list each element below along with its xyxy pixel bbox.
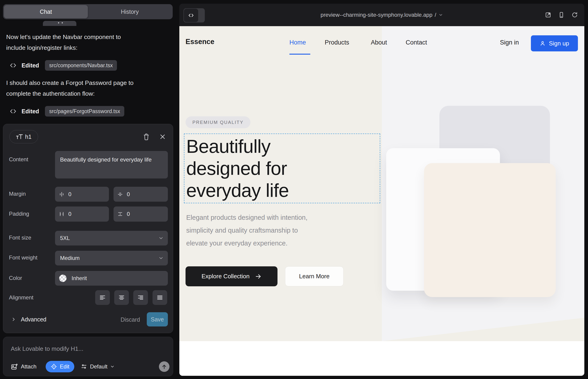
margin-label: Margin bbox=[9, 191, 26, 197]
learn-more-button[interactable]: Learn More bbox=[285, 266, 343, 286]
margin-horizontal-icon bbox=[59, 191, 65, 197]
type-icon bbox=[16, 134, 23, 140]
align-justify-icon bbox=[156, 294, 163, 301]
code-icon bbox=[10, 108, 16, 115]
url-separator: / bbox=[435, 12, 436, 18]
font-size-label: Font size bbox=[9, 235, 31, 241]
color-select[interactable]: Inherit bbox=[55, 271, 168, 286]
margin-vertical-icon bbox=[117, 191, 123, 197]
message-line: Now let's update the Navbar component to bbox=[6, 32, 169, 42]
paragraph-line: Elegant products designed with intention… bbox=[186, 211, 308, 224]
attach-button[interactable]: Attach bbox=[11, 363, 36, 370]
tab-history[interactable]: History bbox=[88, 5, 172, 18]
margin-y-input[interactable]: 0 bbox=[113, 187, 168, 202]
heading-line: Beautifully bbox=[186, 135, 289, 157]
element-tag-pill[interactable]: h1 bbox=[9, 130, 38, 143]
target-icon bbox=[51, 363, 57, 370]
preview-url-bar[interactable]: preview--charming-site-symphony.lovable.… bbox=[179, 4, 584, 26]
color-label: Color bbox=[9, 275, 22, 281]
tab-chat[interactable]: Chat bbox=[4, 5, 88, 18]
content-label: Content bbox=[9, 156, 28, 163]
padding-vertical-icon bbox=[117, 211, 123, 217]
edited-file-row: Edited src/components/Navbar.tsx bbox=[10, 60, 117, 71]
padding-x-value: 0 bbox=[68, 211, 71, 217]
nav-link-home[interactable]: Home bbox=[289, 39, 306, 46]
preview-actions bbox=[545, 4, 578, 26]
chevron-down-icon bbox=[158, 255, 164, 261]
font-weight-select[interactable]: Medium bbox=[55, 251, 168, 266]
margin-x-input[interactable]: 0 bbox=[55, 187, 109, 202]
explore-collection-button[interactable]: Explore Collection bbox=[186, 266, 278, 286]
hero-heading[interactable]: Beautifully designed for everyday life bbox=[186, 135, 289, 201]
nav-link-products[interactable]: Products bbox=[325, 39, 349, 46]
refresh-icon[interactable] bbox=[572, 12, 578, 18]
font-weight-value: Medium bbox=[60, 255, 79, 261]
hero-paragraph: Elegant products designed with intention… bbox=[186, 211, 308, 250]
element-editor-panel: h1 Content Beautifully designed for ever… bbox=[3, 124, 173, 333]
heading-line: designed for bbox=[186, 157, 289, 179]
align-justify-button[interactable] bbox=[153, 290, 167, 305]
message-line: I should also create a Forgot Password p… bbox=[6, 78, 169, 88]
alignment-label: Alignment bbox=[9, 294, 33, 301]
discard-button[interactable]: Discard bbox=[119, 312, 142, 327]
color-value: Inherit bbox=[72, 275, 87, 282]
align-left-button[interactable] bbox=[95, 290, 110, 305]
font-weight-label: Font weight bbox=[9, 254, 37, 261]
sliders-icon bbox=[81, 363, 87, 370]
close-editor-button[interactable] bbox=[159, 133, 167, 141]
paragraph-line: elevate your everyday experience. bbox=[186, 237, 308, 250]
padding-y-input[interactable]: 0 bbox=[113, 206, 168, 222]
prompt-placeholder: Ask Lovable to modify H1... bbox=[11, 345, 83, 352]
padding-horizontal-icon bbox=[59, 211, 65, 217]
message-line: complete the authentication flow: bbox=[6, 88, 169, 99]
site-logo[interactable]: Essence bbox=[186, 38, 215, 46]
mobile-view-icon[interactable] bbox=[558, 12, 565, 18]
file-chip[interactable]: src/components/Navbar.tsx bbox=[45, 60, 117, 71]
send-button[interactable] bbox=[159, 361, 170, 372]
preview-chrome-bar: preview--charming-site-symphony.lovable.… bbox=[179, 4, 584, 26]
attach-image-icon bbox=[11, 363, 18, 370]
scrolled-chip-partial[interactable] bbox=[43, 21, 76, 26]
chevron-down-icon bbox=[158, 235, 164, 241]
hero-section: Essence Home Products About Contact Sign… bbox=[179, 26, 584, 341]
model-default-dropdown[interactable]: Default bbox=[81, 363, 115, 370]
save-button[interactable]: Save bbox=[147, 312, 168, 327]
advanced-toggle[interactable]: Advanced bbox=[11, 312, 46, 327]
element-tag-label: h1 bbox=[25, 134, 32, 140]
prompt-input-box[interactable]: Ask Lovable to modify H1... Attach bbox=[3, 337, 173, 376]
assistant-message: Now let's update the Navbar component to… bbox=[6, 32, 169, 53]
align-center-icon bbox=[118, 294, 125, 301]
arrow-right-icon bbox=[255, 273, 262, 280]
align-right-button[interactable] bbox=[133, 290, 148, 305]
delete-element-button[interactable] bbox=[142, 133, 150, 141]
site-navbar: Essence Home Products About Contact Sign… bbox=[179, 26, 584, 61]
margin-y-value: 0 bbox=[127, 191, 130, 198]
padding-y-value: 0 bbox=[127, 211, 130, 217]
arrow-up-icon bbox=[161, 364, 167, 370]
prompt-toolbar: Attach Edit Default bbox=[11, 361, 115, 372]
preview-window: preview--charming-site-symphony.lovable.… bbox=[179, 4, 584, 376]
nav-link-contact[interactable]: Contact bbox=[406, 39, 427, 46]
dot-icon bbox=[58, 22, 59, 23]
decorative-card-beige bbox=[424, 163, 556, 297]
explore-collection-label: Explore Collection bbox=[201, 273, 250, 280]
premium-quality-badge: PREMIUM QUALITY bbox=[186, 116, 250, 128]
align-right-icon bbox=[137, 294, 144, 301]
sign-up-button[interactable]: Sign up bbox=[531, 35, 578, 51]
edit-mode-button[interactable]: Edit bbox=[46, 361, 74, 372]
padding-x-input[interactable]: 0 bbox=[55, 206, 109, 222]
nav-link-about[interactable]: About bbox=[371, 39, 387, 46]
font-size-value: 5XL bbox=[60, 235, 70, 241]
align-center-button[interactable] bbox=[114, 290, 129, 305]
lovable-app: Chat History Now let's update the Navbar… bbox=[0, 0, 588, 379]
content-input[interactable]: Beautifully designed for everyday life bbox=[55, 151, 168, 178]
trash-icon bbox=[143, 133, 150, 141]
paragraph-line: simplicity and quality craftsmanship to bbox=[186, 224, 308, 237]
assistant-message: I should also create a Forgot Password p… bbox=[6, 78, 169, 99]
open-external-icon[interactable] bbox=[545, 12, 551, 18]
font-size-select[interactable]: 5XL bbox=[55, 231, 168, 245]
file-chip[interactable]: src/pages/ForgotPassword.tsx bbox=[45, 106, 124, 117]
margin-x-value: 0 bbox=[68, 191, 71, 198]
sign-in-link[interactable]: Sign in bbox=[500, 39, 519, 46]
chevron-down-icon bbox=[110, 364, 115, 369]
